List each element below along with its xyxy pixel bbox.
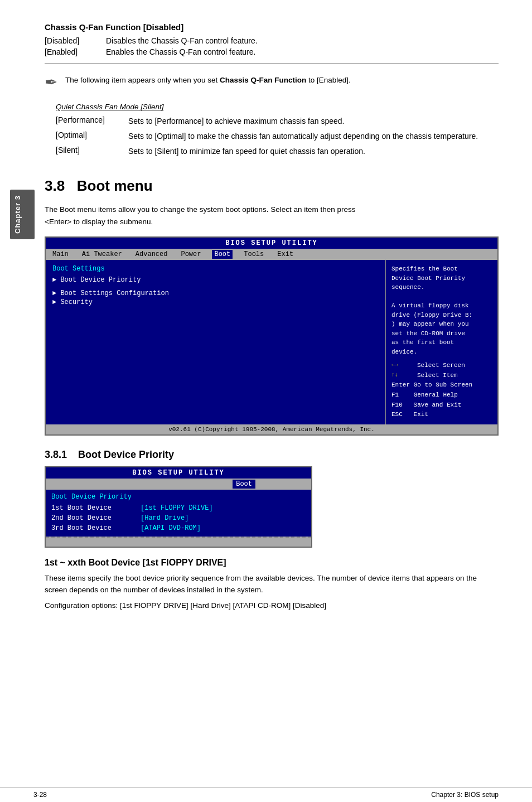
note-end: to [Enabled]. (306, 76, 351, 84)
bios-left-panel: Boot Settings ► Boot Device Priority ► B… (46, 260, 386, 424)
boot-key-3rd: 3rd Boot Device (51, 524, 141, 532)
bios-key-row-screen: ←→ Select Screen (391, 361, 492, 371)
boot-key-2nd: 2nd Boot Device (51, 514, 141, 522)
chassis-option-enabled: [Enabled] Enables the Chassis Q-Fan cont… (45, 47, 499, 56)
key-desc-item: Select Item (417, 371, 458, 381)
bios-item-boot-settings-config[interactable]: ► Boot Settings Configuration (52, 289, 379, 298)
bios-small-title: BIOS SETUP UTILITY (46, 467, 311, 479)
chassis-title: Chassis Q-Fan Function [Disabled] (45, 22, 499, 32)
section-38-desc2: <Enter> to display the submenu. (45, 218, 153, 226)
sub-desc-silent: Sets to [Silent] to minimize fan speed f… (128, 146, 499, 157)
bios-nav-tools[interactable]: Tools (241, 250, 266, 259)
bios-nav-boot[interactable]: Boot (212, 250, 233, 259)
device-section: 1st ~ xxth Boot Device [1st FlOPPY DRIVE… (45, 558, 499, 612)
chassis-section: Chassis Q-Fan Function [Disabled] [Disab… (45, 22, 499, 157)
sub-title: Quiet Chassis Fan Mode [Silent] (56, 103, 499, 111)
note-box: ✒ The following item appears only when y… (45, 70, 499, 95)
bios-right-panel: Specifies the Boot Device Boot Priority … (386, 260, 497, 424)
sub-desc-performance: Sets to [Performance] to achieve maximum… (128, 115, 499, 127)
section-38: 3.8 Boot menu The Boot menu items allow … (45, 177, 499, 436)
bios-nav-ai-tweaker[interactable]: Ai Tweaker (80, 250, 124, 259)
bios-boot-row-2: 2nd Boot Device [Hard Drive] (51, 513, 306, 523)
sub-option-optimal: [Optimal] Sets to [Optimal] to make the … (56, 131, 499, 142)
note-bold: Chassis Q-Fan Function (220, 76, 306, 84)
section-38-heading: 3.8 Boot menu (45, 177, 499, 197)
section-381: 3.8.1 Boot Device Priority BIOS SETUP UT… (45, 449, 499, 548)
bios-nav-bar: Main Ai Tweaker Advanced Power Boot Tool… (46, 249, 497, 260)
section-381-heading: 3.8.1 Boot Device Priority (45, 449, 499, 461)
bios-boot-screen: BIOS SETUP UTILITY Boot Boot Device Prio… (45, 466, 312, 548)
footer-left: 3-28 (33, 791, 47, 799)
sub-key-optimal: [Optimal] (56, 131, 128, 142)
bios-spacer (52, 284, 379, 289)
chassis-option-disabled: [Disabled] Disables the Chassis Q-Fan co… (45, 36, 499, 45)
bios-key-info: ←→ Select Screen ↑↓ Select Item Enter Go… (391, 361, 492, 420)
bios-item-boot-settings: Boot Settings (52, 264, 379, 273)
option-desc-disabled: Disables the Chassis Q-Fan control featu… (106, 36, 499, 45)
sub-key-silent: [Silent] (56, 146, 128, 157)
bios-nav-power[interactable]: Power (178, 250, 203, 259)
boot-val-1st[interactable]: [1st FLOPPY DRIVE] (141, 504, 213, 512)
bios-arrow-1: ► (52, 276, 56, 284)
bios-nav-main[interactable]: Main (50, 250, 71, 259)
bios-boot-row-1: 1st Boot Device [1st FLOPPY DRIVE] (51, 503, 306, 513)
boot-val-2nd[interactable]: [Hard Drive] (141, 514, 188, 522)
bios-arrow-3: ► (52, 298, 56, 306)
bios-right-desc: Specifies the Boot Device Boot Priority … (391, 264, 492, 356)
boot-val-3rd[interactable]: [ATAPI DVD-ROM] (141, 524, 201, 532)
sub-option-silent: [Silent] Sets to [Silent] to minimize fa… (56, 146, 499, 157)
bios-footer: v02.61 (C)Copyright 1985-2008, American … (46, 424, 497, 434)
section-38-desc: The Boot menu items allow you to change … (45, 204, 499, 228)
divider (45, 63, 499, 64)
key-symbol-item: ↑↓ (391, 371, 414, 381)
bios-item-boot-device-priority[interactable]: ► Boot Device Priority (52, 276, 379, 284)
sub-desc-optimal: Sets to [Optimal] to make the chassis fa… (128, 131, 499, 142)
section-381-title: Boot Device Priority (78, 449, 174, 460)
option-key-disabled: [Disabled] (45, 36, 106, 45)
bios-key-esc: ESC Exit (391, 410, 492, 420)
option-desc-enabled: Enables the Chassis Q-Fan control featur… (106, 47, 499, 56)
section-38-number: 3.8 (45, 177, 65, 194)
sub-option-performance: [Performance] Sets to [Performance] to a… (56, 115, 499, 127)
bios-main-screen: BIOS SETUP UTILITY Main Ai Tweaker Advan… (45, 236, 499, 436)
note-prefix: The following item appears only when you… (65, 76, 220, 84)
device-desc2: Configuration options: [1st FlOPPY DRIVE… (45, 600, 499, 612)
bios-nav-exit[interactable]: Exit (275, 250, 296, 259)
page-footer: 3-28 Chapter 3: BIOS setup (0, 787, 532, 802)
footer-right: Chapter 3: BIOS setup (431, 791, 499, 799)
note-text: The following item appears only when you… (65, 75, 351, 86)
bios-small-body: Boot Device Priority 1st Boot Device [1s… (46, 490, 311, 537)
section-38-desc1: The Boot menu items allow you to change … (45, 205, 356, 214)
bios-item-security[interactable]: ► Security (52, 298, 379, 307)
boot-key-1st: 1st Boot Device (51, 504, 141, 512)
device-heading: 1st ~ xxth Boot Device [1st FlOPPY DRIVE… (45, 558, 499, 568)
bios-small-section-title: Boot Device Priority (51, 493, 306, 501)
bios-key-f10: F10 Save and Exit (391, 400, 492, 410)
bios-arrow-2: ► (52, 289, 56, 297)
bios-small-nav: Boot (46, 479, 311, 490)
bios-nav-advanced[interactable]: Advanced (133, 250, 170, 259)
key-symbol-screen: ←→ (391, 361, 414, 371)
note-icon: ✒ (45, 75, 57, 90)
sub-section: Quiet Chassis Fan Mode [Silent] [Perform… (45, 103, 499, 157)
key-desc-screen: Select Screen (417, 361, 465, 371)
bios-key-f1: F1 General Help (391, 390, 492, 400)
bios-key-row-item: ↑↓ Select Item (391, 371, 492, 381)
bios-boot-row-3: 3rd Boot Device [ATAPI DVD-ROM] (51, 523, 306, 533)
section-38-title: Boot menu (77, 177, 153, 194)
bios-key-enter: Enter Go to Sub Screen (391, 380, 492, 390)
chapter-sidebar-label: Chapter 3 (13, 195, 22, 234)
bios-small-footer (46, 537, 311, 547)
bios-title-bar: BIOS SETUP UTILITY (46, 238, 497, 249)
bios-body: Boot Settings ► Boot Device Priority ► B… (46, 260, 497, 424)
device-desc1: These items specify the boot device prio… (45, 572, 499, 596)
option-key-enabled: [Enabled] (45, 47, 106, 56)
bios-small-nav-boot[interactable]: Boot (233, 480, 255, 489)
sub-key-performance: [Performance] (56, 115, 128, 127)
section-381-number: 3.8.1 (45, 449, 67, 460)
